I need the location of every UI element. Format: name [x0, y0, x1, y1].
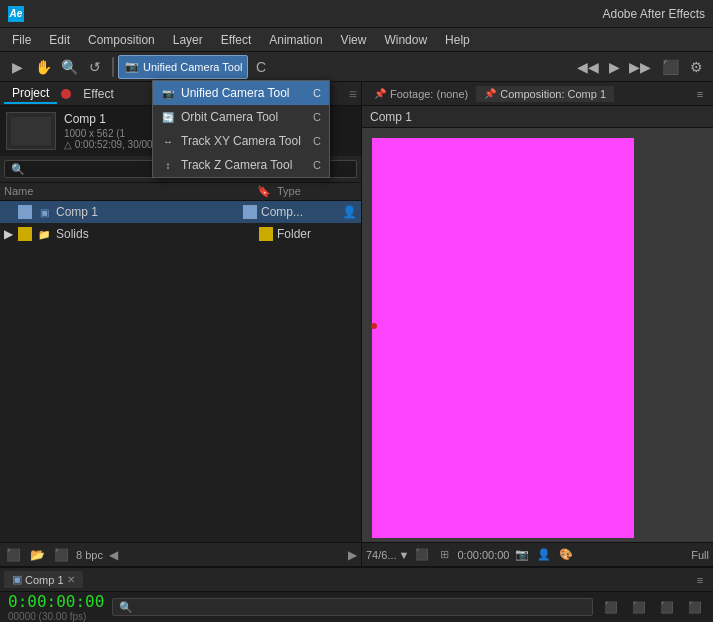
menu-composition[interactable]: Composition — [80, 31, 163, 49]
track-z-camera-label: Track Z Camera Tool — [181, 158, 292, 172]
track-z-camera-shortcut: C — [313, 159, 321, 171]
comp1-more: 👤 — [341, 204, 357, 220]
app-icon: Ae — [8, 6, 24, 22]
file-name-solids: Solids — [56, 227, 259, 241]
track-xy-camera-shortcut: C — [313, 135, 321, 147]
orbit-camera-shortcut: C — [313, 111, 321, 123]
footage-pin-icon: 📌 — [374, 88, 386, 99]
tab-project[interactable]: Project — [4, 84, 57, 104]
zoom-control[interactable]: 74/6... ▼ — [366, 549, 409, 561]
menu-edit[interactable]: Edit — [41, 31, 78, 49]
timeline-panel-menu[interactable]: ≡ — [691, 571, 709, 589]
unified-camera-option[interactable]: 📷 Unified Camera Tool C — [153, 81, 329, 105]
camera-tool[interactable]: 📷 Unified Camera Tool — [118, 55, 248, 79]
orbit-camera-option[interactable]: 🔄 Orbit Camera Tool C — [153, 105, 329, 129]
fit-icon[interactable]: ⬛ — [413, 546, 431, 564]
orbit-camera-label: Orbit Camera Tool — [181, 110, 278, 124]
menu-file[interactable]: File — [4, 31, 39, 49]
new-comp-icon[interactable]: ⬛ — [52, 546, 70, 564]
title-bar: Ae Adobe After Effects — [0, 0, 713, 28]
title-bar-left: Ae — [8, 6, 24, 22]
panel-menu-icon[interactable]: ≡ — [349, 86, 357, 102]
tab-effect[interactable]: Effect — [75, 85, 121, 103]
comp1-type: Comp... — [261, 205, 341, 219]
snap-icon[interactable]: ⊞ — [435, 546, 453, 564]
comp-tabs-bar: 📌 Footage: (none) 📌 Composition: Comp 1 … — [362, 82, 713, 106]
tl-ctrl-4[interactable]: ⬛ — [685, 597, 705, 617]
tab-footage-label: Footage: (none) — [390, 88, 468, 100]
menu-layer[interactable]: Layer — [165, 31, 211, 49]
anchor-point — [371, 323, 377, 329]
render-btn[interactable]: ⬛ — [657, 55, 683, 79]
viewer-bottom-bar: 74/6... ▼ ⬛ ⊞ 0:00:00:00 📷 👤 🎨 Full — [362, 542, 713, 566]
menu-effect[interactable]: Effect — [213, 31, 259, 49]
comp-viewer[interactable] — [362, 128, 713, 542]
left-bottom-bar: ⬛ 📂 ⬛ 8 bpc ◀ ▶ — [0, 542, 361, 566]
tl-ctrl-2[interactable]: ⬛ — [629, 597, 649, 617]
track-z-camera-icon: ↕ — [161, 158, 175, 172]
preview-ctrl-2[interactable]: ▶ — [601, 55, 627, 79]
solids-type: Folder — [277, 227, 357, 241]
unified-camera-icon: 📷 — [161, 86, 175, 100]
tab-composition[interactable]: 📌 Composition: Comp 1 — [476, 86, 614, 102]
settings-btn[interactable]: ⚙ — [683, 55, 709, 79]
project-close[interactable] — [61, 89, 71, 99]
track-xy-camera-option[interactable]: ↔ Track XY Camera Tool C — [153, 129, 329, 153]
comp-thumbnail — [6, 112, 56, 150]
timeline-bar: 0:00:00:00 00000 (30.00 fps) ⬛ ⬛ ⬛ ⬛ — [0, 592, 713, 622]
timeline-tab-comp1[interactable]: ▣ Comp 1 ✕ — [4, 571, 83, 588]
bpc-label[interactable]: 8 bpc — [76, 549, 103, 561]
comp-pin-icon: 📌 — [484, 88, 496, 99]
timeline-search-input[interactable] — [112, 598, 593, 616]
folder-icon[interactable]: 📂 — [28, 546, 46, 564]
thumb-placeholder — [11, 117, 51, 145]
selection-tool[interactable]: ▶ — [4, 55, 30, 79]
frame-info: 00000 (30.00 fps) — [8, 611, 104, 622]
comp-type-indicator — [243, 205, 257, 219]
timecode-main: 0:00:00:00 — [8, 592, 104, 611]
preview-ctrl-1[interactable]: ◀◀ — [575, 55, 601, 79]
main-area: Project Effect ≡ Comp 1 1000 x 562 (1 △ … — [0, 82, 713, 566]
person-icon[interactable]: 👤 — [535, 546, 553, 564]
menu-window[interactable]: Window — [376, 31, 435, 49]
timecode-viewer: 0:00:00:00 — [457, 549, 509, 561]
menu-bar: File Edit Composition Layer Effect Anima… — [0, 28, 713, 52]
prev-btn[interactable]: ◀ — [109, 548, 118, 562]
col-header-icon: 🔖 — [257, 185, 277, 198]
menu-view[interactable]: View — [333, 31, 375, 49]
track-z-camera-option[interactable]: ↕ Track Z Camera Tool C — [153, 153, 329, 177]
file-name-comp1: Comp 1 — [56, 205, 243, 219]
tab-footage[interactable]: 📌 Footage: (none) — [366, 86, 476, 102]
zoom-tool[interactable]: 🔍 — [56, 55, 82, 79]
timeline-tabs: ▣ Comp 1 ✕ ≡ — [0, 568, 713, 592]
list-item[interactable]: ▣ Comp 1 Comp... 👤 — [0, 201, 361, 223]
tl-ctrl-1[interactable]: ⬛ — [601, 597, 621, 617]
camera-icon: 📷 — [125, 60, 139, 73]
expand-arrow-solids[interactable]: ▶ — [4, 227, 18, 241]
tl-ctrl-3[interactable]: ⬛ — [657, 597, 677, 617]
rotate-tool[interactable]: ↺ — [82, 55, 108, 79]
track-xy-camera-label: Track XY Camera Tool — [181, 134, 301, 148]
quality-label[interactable]: Full — [691, 549, 709, 561]
render-queue-icon[interactable]: ⬛ — [4, 546, 22, 564]
timeline-tab-icon: ▣ — [12, 573, 22, 586]
zoom-dropdown-icon: ▼ — [399, 549, 410, 561]
null-tool[interactable]: C — [248, 55, 274, 79]
panel-settings-icon[interactable]: ≡ — [691, 85, 709, 103]
color-icon[interactable]: 🎨 — [557, 546, 575, 564]
unified-camera-label: Unified Camera Tool — [181, 86, 290, 100]
next-btn[interactable]: ▶ — [348, 548, 357, 562]
hand-tool[interactable]: ✋ — [30, 55, 56, 79]
comp-viewer-header: Comp 1 — [362, 106, 713, 128]
timeline-tab-close[interactable]: ✕ — [67, 574, 75, 585]
comp-type-badge — [18, 205, 32, 219]
timeline-tab-label: Comp 1 — [25, 574, 64, 586]
list-item[interactable]: ▶ 📁 Solids Folder — [0, 223, 361, 245]
toolbar: ▶ ✋ 🔍 ↺ 📷 Unified Camera Tool C ◀◀ ▶ ▶▶ … — [0, 52, 713, 82]
camera-icon-viewer[interactable]: 📷 — [513, 546, 531, 564]
folder-file-icon: 📁 — [36, 226, 52, 242]
menu-animation[interactable]: Animation — [261, 31, 330, 49]
track-xy-camera-left: ↔ Track XY Camera Tool — [161, 134, 301, 148]
preview-ctrl-3[interactable]: ▶▶ — [627, 55, 653, 79]
menu-help[interactable]: Help — [437, 31, 478, 49]
